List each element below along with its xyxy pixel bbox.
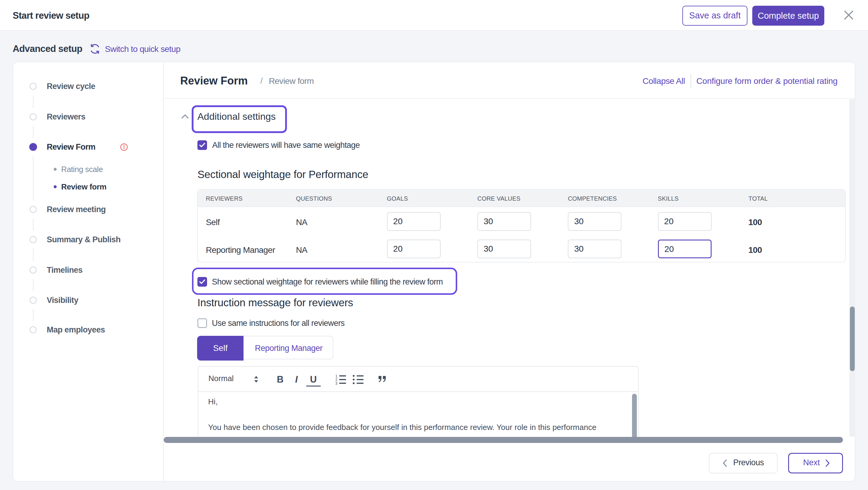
svg-text:3: 3 (335, 381, 337, 385)
